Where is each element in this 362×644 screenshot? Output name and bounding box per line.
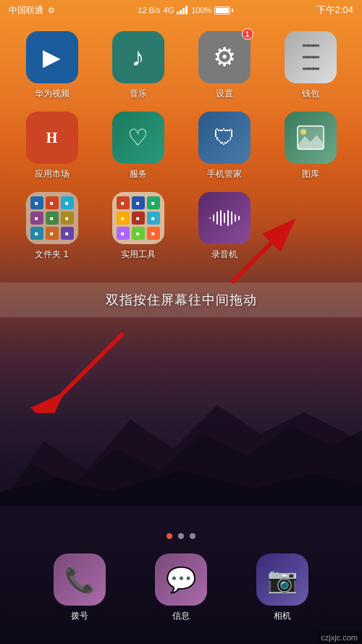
- app-icon-service: ♡: [112, 112, 164, 164]
- speed-text: 12 B/s: [138, 6, 160, 14]
- dock-label-camera: 相机: [274, 610, 291, 622]
- folder-mini-3: ■: [61, 196, 74, 209]
- app-label-music: 音乐: [130, 88, 147, 100]
- settings-icon: ⚙: [48, 6, 55, 15]
- folder-mini-5: ■: [46, 212, 59, 225]
- app-icon-music: ♪: [112, 31, 164, 83]
- dot-3: [190, 533, 195, 539]
- app-wallet[interactable]: ━━━━━━━━━ 钱包: [270, 31, 350, 100]
- folder-mini-8: ■: [46, 227, 59, 240]
- tools-mini-5: ■: [132, 212, 145, 225]
- huawei-logo-icon: H: [46, 130, 58, 146]
- app-label-appstore: 应用市场: [35, 168, 70, 180]
- dock-icon-camera: 📷: [256, 553, 308, 606]
- app-label-phonemanager: 手机管家: [207, 168, 242, 180]
- tools-mini-9: ■: [147, 227, 160, 240]
- dock-icon-phone: 📞: [54, 553, 106, 606]
- dot-1: [167, 533, 172, 539]
- dock-label-messages: 信息: [172, 610, 190, 622]
- dock-label-phone: 拨号: [71, 610, 88, 622]
- tools-mini-8: ■: [132, 227, 145, 240]
- app-label-gallery: 图库: [302, 168, 319, 180]
- app-icon-wallet: ━━━━━━━━━: [285, 31, 337, 83]
- dock-phone[interactable]: 📞 拨号: [54, 553, 106, 622]
- messages-icon: 💬: [166, 565, 196, 594]
- dot-2: [178, 533, 184, 539]
- app-label-service: 服务: [130, 168, 147, 180]
- app-label-tools: 实用工具: [121, 248, 156, 261]
- app-tools[interactable]: ■ ■ ■ ■ ■ ■ ■ ■ ■ 实用工具: [98, 192, 178, 261]
- app-icon-folder1: ■ ■ ■ ■ ■ ■ ■ ■ ■: [26, 192, 78, 244]
- app-label-folder1: 文件夹 1: [35, 248, 68, 261]
- play-icon: ▶: [43, 43, 61, 71]
- folder-mini-2: ■: [46, 196, 59, 209]
- status-bar: 中国联通 ⚙ 12 B/s 4G 100% 下午2:04: [0, 0, 362, 20]
- gallery-icon: [296, 125, 325, 151]
- app-huawei-video[interactable]: ▶ 华为视频: [12, 31, 92, 100]
- battery-icon: [214, 7, 233, 14]
- tools-mini-7: ■: [117, 227, 130, 240]
- tools-mini-1: ■: [117, 196, 130, 209]
- dock-messages[interactable]: 💬 信息: [155, 553, 207, 622]
- folder-mini-6: ■: [61, 212, 74, 225]
- time-display: 下午2:04: [316, 4, 353, 17]
- dock-icon-messages: 💬: [155, 553, 207, 606]
- status-left: 中国联通 ⚙: [9, 4, 55, 17]
- app-gallery[interactable]: 图库: [270, 112, 350, 180]
- tools-mini-3: ■: [147, 196, 160, 209]
- tools-mini-4: ■: [117, 212, 130, 225]
- heart-icon: ♡: [127, 124, 148, 151]
- folder-mini-4: ■: [30, 212, 43, 225]
- folder-mini-1: ■: [30, 196, 43, 209]
- network-type: 4G: [164, 6, 174, 14]
- app-icon-tools: ■ ■ ■ ■ ■ ■ ■ ■ ■: [112, 192, 164, 244]
- app-settings[interactable]: ⚙ 1 设置: [184, 31, 264, 100]
- dock: 📞 拨号 💬 信息 📷 相机: [0, 553, 362, 622]
- tools-mini-6: ■: [147, 212, 160, 225]
- camera-icon: 📷: [267, 565, 298, 594]
- phone-icon: 📞: [64, 565, 95, 594]
- status-right: 下午2:04: [316, 4, 353, 17]
- app-service[interactable]: ♡ 服务: [98, 112, 178, 180]
- gear-icon: ⚙: [213, 42, 236, 72]
- app-phonemanager[interactable]: 🛡 手机管家: [184, 112, 264, 180]
- settings-badge: 1: [242, 28, 253, 40]
- carrier-text: 中国联通: [9, 4, 43, 17]
- app-label-wallet: 钱包: [302, 88, 319, 100]
- app-icon-huawei-video: ▶: [26, 31, 78, 83]
- dock-camera[interactable]: 📷 相机: [256, 553, 308, 622]
- shield-icon: 🛡: [214, 125, 235, 150]
- music-icon: ♪: [132, 42, 145, 72]
- app-label-huawei-video: 华为视频: [35, 88, 70, 100]
- app-icon-gallery: [285, 112, 337, 164]
- arrow-left: [22, 311, 138, 413]
- svg-point-5: [300, 129, 306, 135]
- app-icon-phonemanager: 🛡: [198, 112, 251, 164]
- arrow-right: [217, 203, 319, 290]
- app-label-settings: 设置: [216, 88, 233, 100]
- app-icon-settings: ⚙ 1: [198, 31, 251, 83]
- wallet-icon: ━━━━━━━━━: [303, 40, 318, 75]
- signal-icon: [177, 6, 188, 14]
- status-center: 12 B/s 4G 100%: [138, 6, 233, 14]
- app-folder1[interactable]: ■ ■ ■ ■ ■ ■ ■ ■ ■ 文件夹 1: [12, 192, 92, 261]
- app-music[interactable]: ♪ 音乐: [98, 31, 178, 100]
- instruction-text: 双指按住屏幕往中间拖动: [106, 291, 257, 309]
- battery-percent: 100%: [191, 6, 211, 14]
- folder-mini-9: ■: [61, 227, 74, 240]
- page-dots: [167, 533, 195, 539]
- watermark: czjxjc.com: [316, 631, 362, 644]
- tools-mini-2: ■: [132, 196, 145, 209]
- folder-mini-7: ■: [30, 227, 43, 240]
- app-icon-appstore: H: [26, 112, 78, 164]
- app-appstore[interactable]: H 应用市场: [12, 112, 92, 180]
